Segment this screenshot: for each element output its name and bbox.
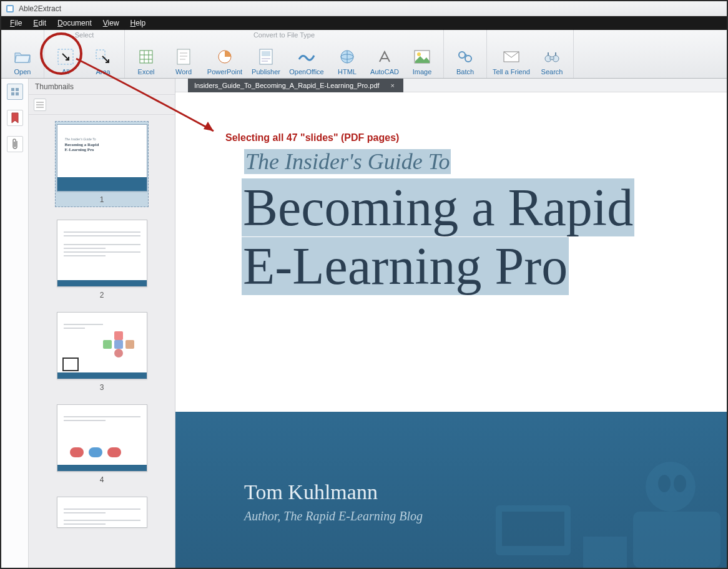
thumb2-number: 2 — [100, 291, 104, 299]
batch-icon — [456, 48, 474, 66]
menu-help[interactable]: Help — [125, 17, 151, 29]
thumbnail-3[interactable]: 3 — [55, 312, 149, 392]
toolbar-group-extras: Tell a Friend Search — [487, 30, 574, 78]
folder-open-icon — [14, 48, 31, 66]
titlebar: Able2Extract — [1, 1, 727, 16]
svg-rect-15 — [262, 51, 270, 56]
document-tab[interactable]: Insiders_Guide_To_Becoming_A_Rapid_E-Lea… — [188, 79, 403, 92]
thumbnails-header: Thumbnails — [29, 79, 175, 95]
excel-label: Excel — [138, 68, 155, 75]
menu-view[interactable]: View — [98, 17, 124, 29]
open-label: Open — [14, 68, 31, 75]
left-panel-strip — [1, 79, 29, 568]
attachment-panel-button[interactable] — [7, 136, 23, 152]
thumb1-number: 1 — [100, 195, 104, 204]
toolbar-group-convert: Convert to File Type Excel Word PowerPoi… — [125, 30, 444, 78]
svg-rect-32 — [11, 88, 14, 91]
menu-edit[interactable]: Edit — [28, 17, 51, 29]
workspace: Thumbnails The Insider's Guide To Becomi… — [1, 79, 727, 568]
select-area-label: Area — [96, 68, 110, 75]
svg-point-41 — [646, 462, 696, 512]
group-title-empty1 — [448, 30, 483, 41]
select-area-button[interactable]: Area — [86, 42, 121, 77]
thumb1-title: Becoming a RapidE-Learning Pro — [65, 142, 99, 153]
svg-rect-9 — [177, 49, 190, 64]
menu-file[interactable]: File — [5, 17, 27, 29]
thumbnail-options-button[interactable] — [34, 99, 46, 111]
bookmark-panel-button[interactable] — [7, 110, 23, 126]
thumb1-overtitle: The Insider's Guide To — [65, 137, 96, 141]
tell-friend-button[interactable]: Tell a Friend — [491, 42, 532, 77]
powerpoint-label: PowerPoint — [207, 68, 242, 75]
html-label: HTML — [338, 68, 357, 75]
thumb4-number: 4 — [100, 475, 104, 484]
word-label: Word — [175, 68, 192, 75]
svg-rect-33 — [16, 88, 19, 91]
svg-rect-34 — [11, 92, 14, 95]
select-all-icon — [57, 48, 74, 66]
document-view[interactable]: The Insider's Guide To Becoming a Rapid … — [175, 92, 727, 568]
envelope-icon — [503, 48, 520, 66]
tab-filename: Insiders_Guide_To_Becoming_A_Rapid_E-Lea… — [194, 82, 380, 89]
thumb3-number: 3 — [100, 383, 104, 392]
excel-button[interactable]: Excel — [129, 42, 164, 77]
openoffice-icon — [298, 48, 315, 66]
toolbar-group-select: Select All Area — [44, 30, 125, 78]
open-button[interactable]: Open — [5, 42, 40, 77]
image-label: Image — [413, 68, 432, 75]
thumbnail-5[interactable] — [55, 497, 149, 528]
svg-point-42 — [658, 475, 671, 492]
svg-rect-45 — [583, 537, 627, 568]
footer-illustration — [471, 430, 727, 568]
select-all-button[interactable]: All — [48, 42, 83, 77]
image-icon — [413, 48, 431, 66]
word-button[interactable]: Word — [166, 42, 201, 77]
thumbnails-panel: Thumbnails The Insider's Guide To Becomi… — [29, 79, 175, 568]
svg-point-24 — [459, 52, 465, 58]
svg-rect-40 — [502, 512, 564, 546]
toolbar-group-open: Open — [1, 30, 44, 78]
excel-icon — [137, 48, 155, 66]
image-button[interactable]: Image — [405, 42, 440, 77]
document-content: The Insider's Guide To Becoming a Rapid … — [175, 148, 727, 296]
close-tab-icon[interactable]: × — [388, 81, 397, 90]
search-button[interactable]: Search — [534, 42, 569, 77]
tab-bar: Insiders_Guide_To_Becoming_A_Rapid_E-Lea… — [175, 79, 727, 92]
autocad-label: AutoCAD — [370, 68, 399, 75]
svg-rect-4 — [140, 51, 152, 63]
batch-button[interactable]: Batch — [448, 42, 483, 77]
publisher-button[interactable]: Publisher — [248, 42, 283, 77]
autocad-icon — [376, 48, 393, 66]
thumbnails-tools — [29, 95, 175, 115]
thumbnail-2[interactable]: 2 — [55, 220, 149, 299]
select-area-icon — [94, 48, 112, 66]
openoffice-button[interactable]: OpenOffice — [286, 42, 327, 77]
svg-point-43 — [674, 475, 686, 492]
doc-title: Becoming a Rapid E-Learning Pro — [175, 178, 727, 296]
group-title-empty2 — [491, 30, 569, 41]
group-title-empty0 — [5, 30, 40, 41]
group-title-convert: Convert to File Type — [129, 30, 440, 41]
app-title: Able2Extract — [19, 4, 61, 13]
svg-rect-29 — [550, 57, 554, 59]
svg-point-25 — [465, 56, 471, 62]
thumbnails-panel-button[interactable] — [7, 84, 23, 100]
toolbar-group-batch: Batch — [444, 30, 487, 78]
svg-rect-44 — [633, 512, 721, 568]
publisher-icon — [257, 48, 275, 66]
thumbnails-scroll[interactable]: The Insider's Guide To Becoming a RapidE… — [29, 115, 175, 568]
html-button[interactable]: HTML — [330, 42, 365, 77]
powerpoint-button[interactable]: PowerPoint — [204, 42, 246, 77]
menubar: File Edit Document View Help — [1, 16, 727, 30]
menu-document[interactable]: Document — [52, 17, 97, 29]
svg-rect-35 — [16, 92, 19, 95]
tell-friend-label: Tell a Friend — [493, 68, 530, 75]
word-icon — [175, 48, 192, 66]
thumbnail-4[interactable]: 4 — [55, 404, 149, 484]
autocad-button[interactable]: AutoCAD — [367, 42, 402, 77]
app-icon — [5, 4, 15, 14]
svg-point-23 — [417, 52, 421, 56]
thumbnail-1[interactable]: The Insider's Guide To Becoming a RapidE… — [55, 121, 149, 207]
batch-label: Batch — [456, 68, 474, 75]
publisher-label: Publisher — [252, 68, 280, 75]
